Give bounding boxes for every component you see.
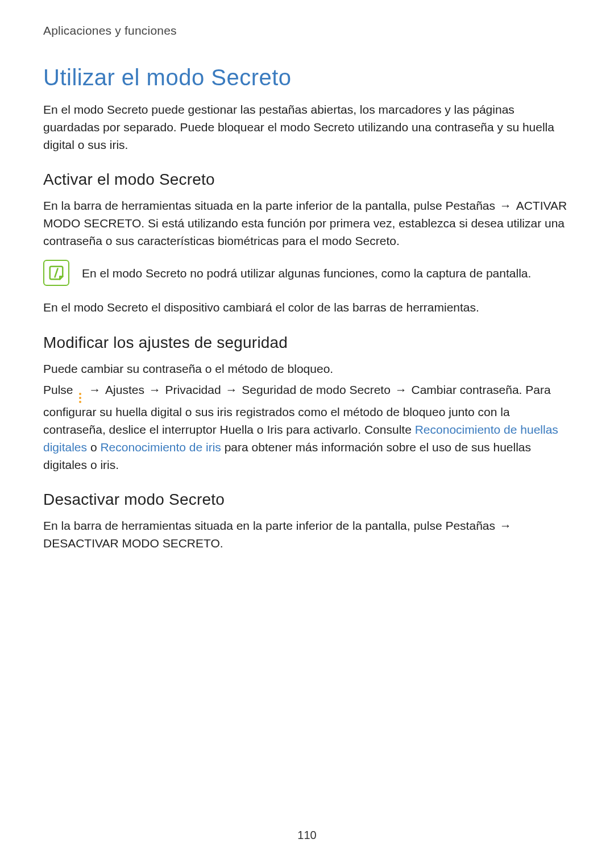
ui-label-fingerprint-iris: Huella o Iris	[220, 423, 283, 436]
breadcrumb: Aplicaciones y funciones	[43, 24, 571, 38]
more-options-icon	[77, 393, 83, 403]
text-fragment: o	[87, 441, 100, 454]
ui-label-privacy: Privacidad	[165, 383, 221, 396]
text-fragment: para activarlo. Consulte	[283, 423, 414, 436]
note-text: En el modo Secreto no podrá utilizar alg…	[82, 265, 531, 281]
section-heading-modify-security: Modificar los ajustes de seguridad	[43, 334, 571, 352]
text-fragment: En la barra de herramientas situada en l…	[43, 519, 445, 532]
ui-label-deactivate-secret: DESACTIVAR MODO SECRETO	[43, 537, 220, 550]
activate-instruction: En la barra de herramientas situada en l…	[43, 197, 571, 250]
ui-label-secret-security: Seguridad de modo Secreto	[242, 383, 391, 396]
text-fragment: Pulse	[43, 383, 76, 396]
ui-label-settings: Ajustes	[105, 383, 144, 396]
arrow-icon: →	[391, 383, 412, 396]
document-page: Aplicaciones y funciones Utilizar el mod…	[0, 0, 614, 868]
deactivate-instruction: En la barra de herramientas situada en l…	[43, 517, 571, 552]
svg-line-0	[55, 269, 58, 277]
arrow-icon: →	[144, 383, 165, 396]
ui-label-tabs: Pestañas	[445, 519, 495, 532]
activate-followup: En el modo Secreto el dispositivo cambia…	[43, 298, 571, 316]
note-icon	[43, 260, 69, 286]
page-title: Utilizar el modo Secreto	[43, 65, 571, 90]
modify-instruction: Pulse → Ajustes → Privacidad → Seguridad…	[43, 381, 571, 474]
arrow-icon: →	[495, 519, 513, 532]
link-iris-recognition[interactable]: Reconocimiento de iris	[100, 441, 221, 454]
arrow-icon: →	[495, 199, 516, 212]
intro-paragraph: En el modo Secreto puede gestionar las p…	[43, 101, 571, 153]
section-heading-activate: Activar el modo Secreto	[43, 171, 571, 189]
page-number: 110	[0, 829, 614, 842]
ui-label-change-password: Cambiar contraseña	[412, 383, 519, 396]
arrow-icon: →	[221, 383, 242, 396]
text-fragment: En la barra de herramientas situada en l…	[43, 199, 445, 212]
modify-intro: Puede cambiar su contraseña o el método …	[43, 360, 571, 377]
text-fragment: .	[220, 537, 223, 550]
note-callout: En el modo Secreto no podrá utilizar alg…	[43, 260, 571, 286]
section-heading-deactivate: Desactivar modo Secreto	[43, 491, 571, 509]
ui-label-tabs: Pestañas	[445, 199, 495, 212]
arrow-icon: →	[84, 383, 105, 396]
